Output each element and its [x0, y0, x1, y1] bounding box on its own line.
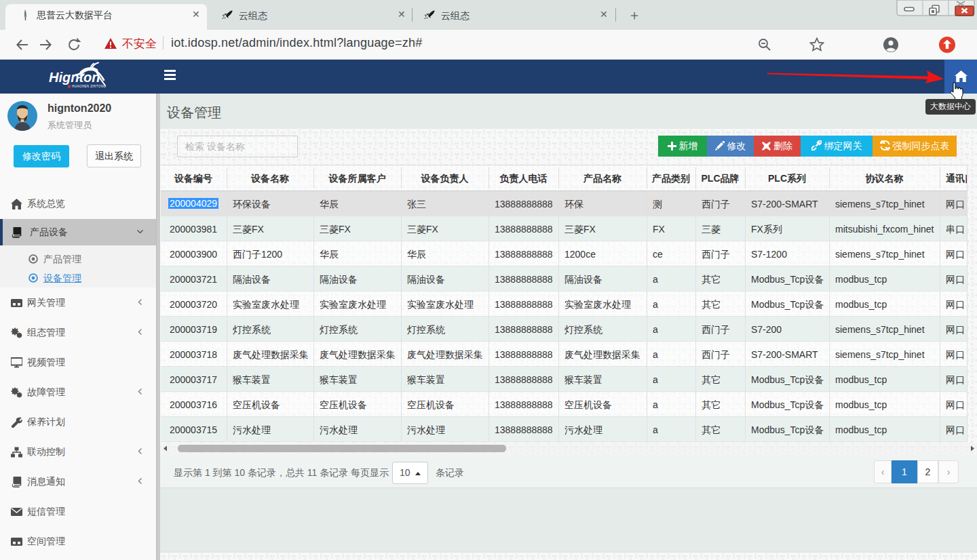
svg-text:Hignton: Hignton: [49, 70, 100, 85]
svg-text:HUACHEN ZHITONG: HUACHEN ZHITONG: [72, 85, 107, 88]
